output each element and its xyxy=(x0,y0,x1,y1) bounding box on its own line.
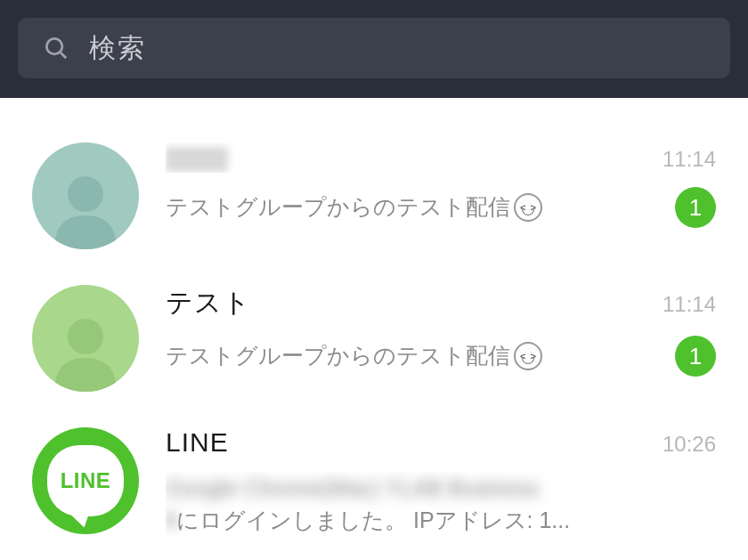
laughing-emoji-icon xyxy=(514,193,542,222)
avatar xyxy=(32,285,139,392)
chat-time: 11:14 xyxy=(663,147,716,172)
chat-body: テスト 11:14 テストグループからのテスト配信 1 xyxy=(139,285,716,377)
chat-title: あああ xyxy=(166,142,652,173)
chat-title: LINE xyxy=(166,427,652,458)
line-logo-icon: LINE xyxy=(47,445,124,516)
svg-point-2 xyxy=(68,176,103,212)
chat-preview: テストグループからのテスト配信 xyxy=(166,339,661,373)
svg-point-3 xyxy=(68,319,103,354)
chat-time: 11:14 xyxy=(663,292,716,317)
chat-time: 10:26 xyxy=(663,432,716,457)
laughing-emoji-icon xyxy=(514,342,542,370)
app-header: 検索 xyxy=(0,0,748,98)
chat-item[interactable]: テスト 11:14 テストグループからのテスト配信 1 xyxy=(0,267,748,410)
search-icon xyxy=(43,35,69,61)
search-placeholder: 検索 xyxy=(89,30,146,67)
chat-preview: Google Chrome(Mac) YLAB Business Ⅱにログインし… xyxy=(166,472,716,537)
chat-title: テスト xyxy=(166,285,652,321)
chat-body: あああ 11:14 テストグループからのテスト配信 1 xyxy=(139,142,716,228)
chat-item[interactable]: LINE LINE 10:26 Google Chrome(Mac) YLAB … xyxy=(0,410,748,555)
search-input[interactable]: 検索 xyxy=(18,18,730,78)
avatar: LINE xyxy=(32,427,139,534)
unread-badge: 1 xyxy=(675,187,716,228)
chat-item[interactable]: あああ 11:14 テストグループからのテスト配信 1 xyxy=(0,125,748,267)
svg-point-0 xyxy=(46,38,62,54)
chat-list: あああ 11:14 テストグループからのテスト配信 1 テスト xyxy=(0,98,748,555)
avatar xyxy=(32,142,139,249)
svg-line-1 xyxy=(61,53,66,58)
chat-preview: テストグループからのテスト配信 xyxy=(166,191,661,224)
unread-badge: 1 xyxy=(675,336,716,377)
chat-body: LINE 10:26 Google Chrome(Mac) YLAB Busin… xyxy=(139,427,716,537)
